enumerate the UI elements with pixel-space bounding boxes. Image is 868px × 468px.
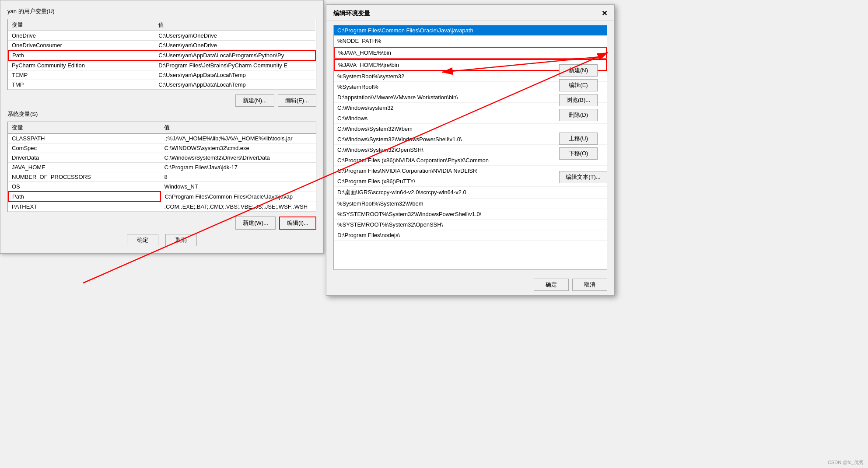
user-col-val: 值 (155, 19, 315, 31)
edit-user-var-button[interactable]: 编辑(E)... (278, 94, 316, 107)
edit-system-var-button[interactable]: 编辑(I)... (279, 217, 316, 230)
new-path-button[interactable]: 新建(N) (559, 64, 598, 77)
watermark: CSDN @fc_优秀 (828, 459, 864, 466)
system-vars-title: 系统变量(S) (7, 110, 316, 118)
system-var-name[interactable]: ComSpec (8, 143, 161, 153)
delete-path-button[interactable]: 删除(D) (559, 109, 598, 121)
system-var-value[interactable]: C:\Windows\System32\Drivers\DriverData (161, 153, 316, 163)
user-vars-table-container: 变量 值 OneDriveC:\Users\yan\OneDriveOneDri… (7, 19, 316, 90)
user-vars-btn-row: 新建(N)... 编辑(E)... (7, 94, 316, 107)
user-vars-table: 变量 值 OneDriveC:\Users\yan\OneDriveOneDri… (8, 19, 316, 90)
bg-dialog-bottom-btns: 确定 取消 (7, 234, 316, 246)
system-var-name[interactable]: OS (8, 182, 161, 192)
system-var-name[interactable]: DriverData (8, 153, 161, 163)
user-var-value[interactable]: C:\Users\yan\OneDrive (155, 41, 315, 51)
user-var-name[interactable]: PyCharm Community Edition (8, 60, 155, 70)
edit-path-button[interactable]: 编辑(E) (559, 79, 598, 91)
user-var-name[interactable]: OneDrive (8, 31, 155, 41)
user-vars-title: yan 的用户变量(U) (7, 7, 316, 15)
path-list-item[interactable]: %NODE_PATH% (334, 36, 607, 46)
system-var-value[interactable]: .;%JAVA_HOME%\lib;%JAVA_HOME%\lib\tools.… (161, 134, 316, 143)
user-var-name[interactable]: TEMP (8, 70, 155, 80)
system-vars-table-container: 变量 值 CLASSPATH.;%JAVA_HOME%\lib;%JAVA_HO… (7, 122, 316, 212)
path-list-item[interactable]: %SYSTEMROOT%\System32\OpenSSH\ (334, 220, 607, 230)
browse-path-button[interactable]: 浏览(B)... (559, 94, 598, 106)
edit-cancel-button[interactable]: 取消 (572, 279, 607, 291)
user-var-name[interactable]: TMP (8, 80, 155, 90)
path-list-item[interactable]: C:\Program Files\Common Files\Oracle\Jav… (334, 25, 607, 36)
path-list-item[interactable]: %SystemRoot%\System32\Wbem (334, 199, 607, 209)
system-var-value[interactable]: C:\Program Files\Common Files\Oracle\Jav… (161, 192, 316, 202)
user-var-name[interactable]: Path (8, 50, 155, 60)
system-var-name[interactable]: Path (8, 192, 161, 202)
path-list-item[interactable]: D:\桌面\IGRS\scrcpy-win64-v2.0\scrcpy-win6… (334, 187, 607, 199)
edit-dialog-bottom-btns: 确定 取消 (326, 274, 614, 295)
user-var-value[interactable]: D:\Program Files\JetBrains\PyCharm Commu… (155, 60, 315, 70)
user-var-value[interactable]: C:\Users\yan\OneDrive (155, 31, 315, 41)
move-down-button[interactable]: 下移(O) (559, 147, 598, 160)
user-var-value[interactable]: C:\Users\yan\AppData\Local\Temp (155, 80, 315, 90)
system-var-value[interactable]: 8 (161, 172, 316, 182)
new-user-var-button[interactable]: 新建(N)... (235, 94, 274, 107)
system-var-name[interactable]: CLASSPATH (8, 134, 161, 143)
user-var-value[interactable]: C:\Users\yan\AppData\Local\Programs\Pyth… (155, 50, 315, 60)
system-var-value[interactable]: Windows_NT (161, 182, 316, 192)
edit-env-dialog: 编辑环境变量 ✕ C:\Program Files\Common Files\O… (326, 4, 615, 296)
new-system-var-button[interactable]: 新建(W)... (235, 217, 276, 230)
move-up-button[interactable]: 上移(U) (559, 133, 598, 145)
system-col-val: 值 (161, 122, 316, 134)
edit-dialog-titlebar: 编辑环境变量 ✕ (326, 5, 614, 21)
system-env-dialog: yan 的用户变量(U) 变量 值 OneDriveC:\Users\yan\O… (0, 0, 324, 254)
system-var-value[interactable]: C:\WINDOWS\system32\cmd.exe (161, 143, 316, 153)
user-var-name[interactable]: OneDriveConsumer (8, 41, 155, 51)
system-var-name[interactable]: PATHEXT (8, 202, 161, 212)
user-col-var: 变量 (8, 19, 155, 31)
system-var-name[interactable]: JAVA_HOME (8, 163, 161, 172)
system-col-var: 变量 (8, 122, 161, 134)
system-vars-table: 变量 值 CLASSPATH.;%JAVA_HOME%\lib;%JAVA_HO… (8, 122, 316, 212)
edit-dialog-title: 编辑环境变量 (333, 10, 370, 17)
path-list-item[interactable]: D:\Program Files\nodejs\ (334, 230, 607, 241)
bg-cancel-button[interactable]: 取消 (165, 234, 197, 246)
close-icon[interactable]: ✕ (602, 9, 607, 17)
user-var-value[interactable]: C:\Users\yan\AppData\Local\Temp (155, 70, 315, 80)
bg-ok-button[interactable]: 确定 (127, 234, 158, 246)
path-list-item[interactable]: %SYSTEMROOT%\System32\WindowsPowerShell\… (334, 209, 607, 220)
system-vars-btn-row: 新建(W)... 编辑(I)... (7, 217, 316, 230)
edit-ok-button[interactable]: 确定 (534, 279, 569, 291)
edit-text-button[interactable]: 编辑文本(T)... (559, 171, 607, 183)
path-list-item[interactable]: %JAVA_HOME%\bin (334, 47, 607, 59)
system-var-value[interactable]: .COM;.EXE;.BAT;.CMD;.VBS;.VBE;.JS;.JSE;.… (161, 202, 316, 212)
system-var-name[interactable]: NUMBER_OF_PROCESSORS (8, 172, 161, 182)
side-buttons-panel: 新建(N) 编辑(E) 浏览(B)... 删除(D) 上移(U) 下移(O) 编… (559, 64, 607, 183)
system-var-value[interactable]: C:\Program Files\Java\jdk-17 (161, 163, 316, 172)
